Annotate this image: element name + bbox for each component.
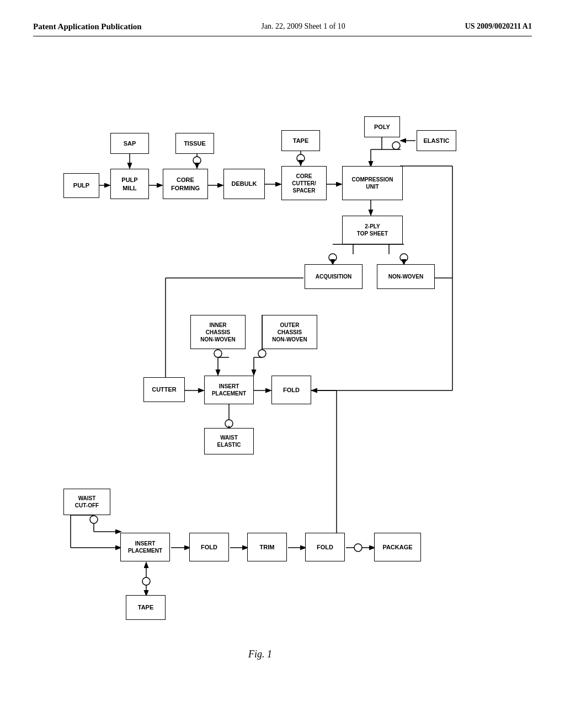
box-package: PACKAGE [374,533,421,561]
svg-point-30 [214,350,222,357]
svg-point-4 [193,157,201,164]
figure-label: Fig. 1 [248,649,272,660]
patent-number-label: US 2009/0020211 A1 [465,22,532,31]
box-compression-unit: COMPRESSION UNIT [342,166,403,200]
box-insert-placement-bottom: INSERT PLACEMENT [120,533,170,561]
box-pulp-mill: PULP MILL [110,169,149,199]
box-fold-3: FOLD [305,533,345,561]
svg-point-49 [90,516,98,523]
svg-point-9 [297,154,305,162]
svg-point-57 [354,544,362,552]
box-insert-placement-mid: INSERT PLACEMENT [204,376,254,404]
publication-label: Patent Application Publication [33,22,142,31]
box-debulk: DEBULK [223,169,265,199]
box-inner-chassis-non-woven: INNER CHASSIS NON-WOVEN [190,315,246,349]
box-non-woven: NON-WOVEN [377,264,435,289]
box-tape-top: TAPE [281,130,320,151]
page: Patent Application Publication Jan. 22, … [0,0,565,728]
svg-point-20 [329,254,337,261]
box-sap: SAP [110,133,149,154]
box-tape-bottom: TAPE [126,595,166,620]
box-cutter: CUTTER [143,377,185,402]
box-2ply-top-sheet: 2-PLY TOP SHEET [342,216,403,244]
box-waist-cutoff: WAIST CUT-OFF [63,489,110,515]
svg-point-60 [142,577,150,585]
box-poly: POLY [364,116,400,137]
svg-point-35 [258,350,266,357]
svg-point-14 [392,142,400,149]
box-fold-2: FOLD [189,533,229,561]
diagram-area: PULP PULP MILL SAP TISSUE CORE FORMING D… [33,53,532,687]
box-pulp: PULP [63,173,99,198]
box-core-cutter-spacer: CORE CUTTER/ SPACER [281,166,327,200]
box-fold-mid: FOLD [271,376,311,404]
date-sheet-label: Jan. 22, 2009 Sheet 1 of 10 [261,22,345,31]
box-core-forming: CORE FORMING [163,169,208,199]
svg-point-21 [400,254,408,261]
box-waist-elastic: WAIST ELASTIC [204,428,254,454]
page-header: Patent Application Publication Jan. 22, … [33,22,532,36]
box-tissue: TISSUE [175,133,214,154]
box-trim: TRIM [247,533,287,561]
svg-point-42 [225,420,233,427]
box-elastic: ELASTIC [417,130,456,151]
box-outer-chassis-non-woven: OUTER CHASSIS NON-WOVEN [262,315,317,349]
box-acquisition: ACQUISITION [305,264,363,289]
